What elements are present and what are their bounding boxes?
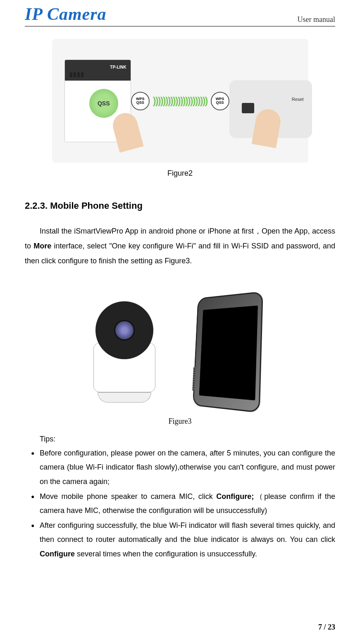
header-label: User manual <box>298 15 335 24</box>
wps-badge-left: WPS QSS <box>131 92 150 110</box>
tips-list: Before configuration, please power on th… <box>25 446 335 561</box>
figure3-caption: Figure3 <box>25 417 335 426</box>
phone-screen-icon <box>199 305 257 401</box>
list-item: Move mobile phone speaker to camera MIC,… <box>40 489 335 518</box>
ipcamera-illustration <box>85 297 164 405</box>
router-brand-label: TP-LINK <box>110 65 126 69</box>
list-item: After configuring successfully, the blue… <box>40 518 335 561</box>
reset-label: Reset <box>292 97 304 102</box>
tips-section: Tips: Before configuration, please power… <box>25 432 335 561</box>
figure3-image <box>25 289 335 413</box>
hand-icon <box>110 110 143 153</box>
list-item: Before configuration, please power on th… <box>40 446 335 489</box>
tips-label: Tips: <box>25 432 335 446</box>
wps-signal-illustration: WPS QSS )))))))))))))))))))))) WPS QSS <box>131 92 229 110</box>
page-header: IP Camera User manual <box>25 0 335 26</box>
phone-speaker-icon <box>192 367 195 391</box>
figure2-caption: Figure2 <box>25 169 335 178</box>
logo: IP Camera <box>25 4 107 24</box>
section-heading: 2.2.3. Mobile Phone Setting <box>25 200 335 211</box>
figure3-container: Figure3 <box>25 289 335 426</box>
qss-button-illustration: QSS <box>89 89 118 118</box>
router-illustration: TP-LINK QSS <box>64 60 131 142</box>
phone-illustration <box>192 290 275 414</box>
signal-waves-icon: )))))))))))))))))))))) <box>153 95 207 107</box>
figure2-image: TP-LINK QSS WPS QSS ))))))))))))))))))))… <box>52 39 308 163</box>
ethernet-port-icon <box>242 103 254 113</box>
page-number: 7 / 23 <box>318 623 335 632</box>
section-paragraph: Install the iSmartViewPro App in android… <box>25 224 335 268</box>
figure2-container: TP-LINK QSS WPS QSS ))))))))))))))))))))… <box>25 39 335 178</box>
camera-lens-icon <box>114 320 135 341</box>
camera-illustration: Reset <box>229 64 296 138</box>
wps-badge-right: WPS QSS <box>211 92 229 110</box>
